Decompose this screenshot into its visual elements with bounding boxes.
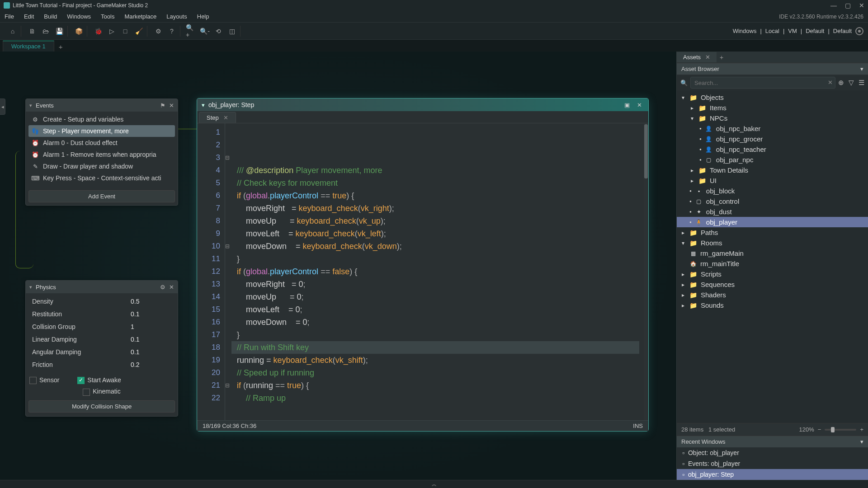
editor-titlebar[interactable]: ▾ obj_player: Step ▣ ✕ [197, 99, 648, 111]
tree-toggle-icon[interactable]: ▸ [689, 178, 695, 184]
new-project-icon[interactable]: 🗎 [27, 26, 38, 37]
close-tab-icon[interactable]: ✕ [705, 54, 710, 61]
tree-toggle-icon[interactable]: ▸ [680, 282, 686, 288]
zoom-in-btn[interactable]: + [860, 426, 863, 433]
panel-close-icon[interactable]: ✕ [169, 102, 174, 109]
tree-toggle-icon[interactable]: ▸ [689, 105, 695, 111]
tree-folder[interactable]: ▾📁Rooms [677, 238, 868, 248]
event-item[interactable]: ⏰Alarm 1 - Remove items when appropria [28, 149, 175, 160]
target-vm[interactable]: VM [788, 28, 797, 34]
tree-folder[interactable]: ▸📁Shaders [677, 290, 868, 300]
target-icon[interactable] [855, 27, 863, 35]
tree-toggle-icon[interactable]: ▸ [680, 292, 686, 298]
zoom-out-icon[interactable]: 🔍- [199, 26, 210, 37]
tree-item[interactable]: ●👤obj_npc_grocer [677, 134, 868, 144]
modify-collision-button[interactable]: Modify Collision Shape [28, 400, 175, 413]
menu-file[interactable]: File [5, 13, 14, 20]
stop-icon[interactable]: □ [120, 26, 131, 37]
zoom-out-btn[interactable]: − [818, 426, 821, 433]
menu-tools[interactable]: Tools [101, 13, 114, 20]
event-item[interactable]: ⚙Create - Setup and variables [28, 113, 175, 125]
start-awake-check[interactable]: Start Awake [77, 376, 121, 384]
close-icon[interactable]: ✕ [859, 2, 864, 9]
flag-icon[interactable]: ⚑ [160, 102, 165, 109]
help-icon[interactable]: ? [166, 26, 177, 37]
preferences-icon[interactable]: ⚙ [153, 26, 164, 37]
asset-tree[interactable]: ▾📁Objects▸📁Items▾📁NPCs●👤obj_npc_baker●👤o… [677, 90, 868, 423]
collapsed-panel-sliver[interactable]: ◂ [0, 99, 5, 115]
physics-field-value[interactable]: 1 [131, 323, 171, 330]
menu-marketplace[interactable]: Marketplace [124, 13, 156, 20]
fold-gutter[interactable]: ⊟⊟⊟ [225, 123, 231, 420]
tree-toggle-icon[interactable]: ▾ [689, 115, 695, 122]
zoom-reset-icon[interactable]: ⟲ [213, 26, 224, 37]
chevron-down-icon[interactable]: ▾ [860, 438, 863, 445]
tree-folder[interactable]: ▸📁Sounds [677, 300, 868, 310]
event-item[interactable]: ⌨Key Press - Space - Context-sensitive a… [28, 172, 175, 184]
tree-toggle-icon[interactable]: ▾ [680, 240, 686, 246]
minimize-icon[interactable]: — [830, 2, 837, 9]
tree-item[interactable]: ●👤obj_npc_baker [677, 123, 868, 134]
tree-toggle-icon[interactable]: ▾ [680, 94, 686, 101]
editor-scrollbar[interactable] [644, 123, 648, 420]
target-config1[interactable]: Default [806, 28, 824, 34]
filter-icon[interactable]: ▽ [849, 79, 854, 87]
event-item[interactable]: ⏰Alarm 0 - Dust cloud effect [28, 137, 175, 149]
physics-field-value[interactable]: 0.1 [131, 310, 171, 318]
physics-field-value[interactable]: 0.1 [131, 348, 171, 356]
workspace-tab[interactable]: Workspace 1 [3, 41, 54, 52]
collapse-icon[interactable]: ▾ [29, 103, 32, 108]
clean-icon[interactable]: 🧹 [133, 26, 144, 37]
layout-icon[interactable]: ◫ [226, 26, 237, 37]
tree-item[interactable]: ▦rm_gameMain [677, 248, 868, 258]
menu-edit[interactable]: Edit [24, 13, 34, 20]
recent-item[interactable]: ▫Events: obj_player [677, 458, 868, 469]
zoom-in-icon[interactable]: 🔍+ [186, 26, 197, 37]
tree-item[interactable]: 🏠rm_mainTitle [677, 258, 868, 269]
tree-folder[interactable]: ▸📁Items [677, 103, 868, 113]
physics-field-value[interactable]: 0.2 [131, 361, 171, 368]
target-windows[interactable]: Windows [733, 28, 757, 34]
close-tab-icon[interactable]: ✕ [223, 114, 228, 121]
tree-folder[interactable]: ▸📁Scripts [677, 269, 868, 279]
menu-windows[interactable]: Windows [67, 13, 91, 20]
add-asset-icon[interactable]: ⊕ [838, 79, 844, 87]
workspace-add-button[interactable]: + [54, 42, 67, 52]
tree-item[interactable]: ●👤obj_npc_teacher [677, 144, 868, 155]
panel-close-icon[interactable]: ✕ [169, 284, 174, 291]
recent-item[interactable]: ▫Object: obj_player [677, 447, 868, 458]
maximize-icon[interactable]: ▢ [845, 2, 851, 9]
tree-folder[interactable]: ▸📁Paths [677, 227, 868, 238]
tree-item[interactable]: ●▢obj_control [677, 196, 868, 206]
tree-toggle-icon[interactable]: ▸ [680, 271, 686, 277]
gear-icon[interactable]: ⚙ [160, 284, 165, 291]
tree-item[interactable]: ●✦obj_dust [677, 206, 868, 217]
events-panel-header[interactable]: ▾ Events ⚑ ✕ [26, 99, 178, 112]
add-event-button[interactable]: Add Event [28, 190, 175, 202]
physics-field-value[interactable]: 0.5 [131, 298, 171, 305]
open-project-icon[interactable]: 🗁 [40, 26, 51, 37]
code-text-area[interactable]: /// @description Player movement, more//… [231, 123, 644, 420]
tree-folder[interactable]: ▾📁Objects [677, 92, 868, 103]
tree-folder[interactable]: ▸📁UI [677, 175, 868, 186]
assets-tab[interactable]: Assets ✕ [677, 52, 717, 62]
workspace-canvas[interactable]: ◂ ▾ Events ⚑ ✕ ⚙Create - Setup and varia… [0, 52, 676, 480]
menu-help[interactable]: Help [197, 13, 209, 20]
editor-tab-step[interactable]: Step ✕ [199, 112, 236, 123]
debug-icon[interactable]: 🐞 [93, 26, 104, 37]
search-input[interactable] [690, 77, 835, 89]
tree-item[interactable]: ●▢obj_par_npc [677, 155, 868, 165]
save-icon[interactable]: 💾 [54, 26, 65, 37]
menu-build[interactable]: Build [44, 13, 57, 20]
close-editor-icon[interactable]: ✕ [635, 102, 644, 108]
zoom-slider[interactable] [825, 429, 856, 431]
bottom-collapse-bar[interactable]: ︽ [0, 480, 868, 488]
tree-item[interactable]: ●▪obj_block [677, 186, 868, 196]
sensor-check[interactable]: Sensor [29, 376, 59, 384]
event-item[interactable]: 👣Step - Player movement, more [28, 125, 175, 137]
maximize-editor-icon[interactable]: ▣ [623, 102, 632, 108]
physics-field-value[interactable]: 0.1 [131, 336, 171, 343]
tree-folder[interactable]: ▸📁Sequences [677, 279, 868, 290]
clear-search-icon[interactable]: ✕ [828, 79, 833, 86]
chevron-down-icon[interactable]: ▾ [860, 66, 863, 72]
